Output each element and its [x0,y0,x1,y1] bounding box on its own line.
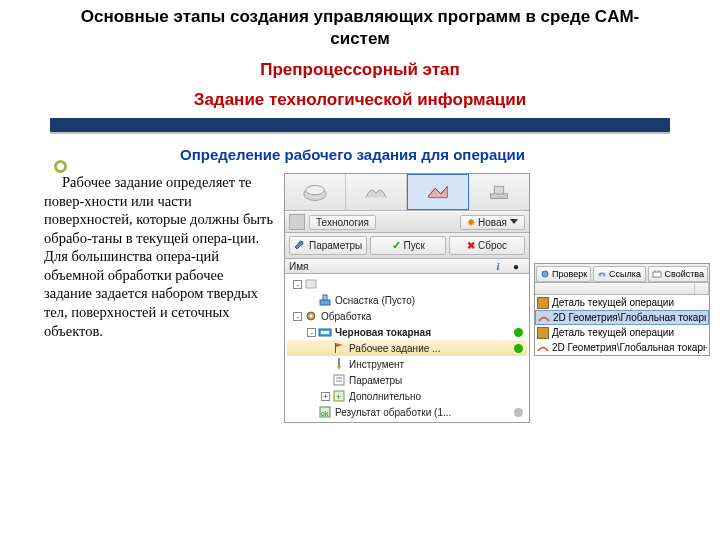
item-label: 2D Геометрия\Глобальная токарн... [553,312,706,323]
body-paragraph-1: Рабочее задание определяет те повер-хнос… [44,173,274,247]
params-button[interactable]: Параметры [289,236,367,255]
fixture-icon [318,293,332,307]
params-button-label: Параметры [309,240,362,251]
cube-icon [537,327,549,339]
tree-label: Черновая токарная [335,327,514,338]
expander-icon[interactable]: - [293,312,302,321]
tool-icon [332,357,346,371]
svg-rect-13 [334,375,344,385]
result-icon: ok [318,405,332,419]
svg-text:ok: ok [321,410,329,417]
svg-rect-23 [653,272,661,277]
svg-point-21 [599,274,602,277]
column-name[interactable]: Имя [289,261,489,272]
status-dot [514,344,523,353]
operation-tree[interactable]: -Оснастка (Пусто)-Обработка-Черновая ток… [285,274,529,422]
chevron-down-icon [510,218,518,226]
check-icon: ✓ [392,239,401,252]
list-item[interactable]: Деталь текущей операции [535,325,709,340]
properties-tab[interactable]: Проверк [536,266,591,282]
wrench-icon [294,240,306,252]
svg-rect-6 [323,295,327,300]
op-icon [318,325,332,339]
task-title: Задание технологической информации [0,90,720,110]
x-icon: ✖ [467,240,475,251]
technology-panel: Технология ✸Новая Параметры ✓Пуск ✖Сброс… [284,173,530,423]
properties-list[interactable]: Деталь текущей операции2D Геометрия\Глоб… [535,295,709,355]
tree-row[interactable]: - [287,276,527,292]
tab-label: Ссылка [609,269,641,279]
flag-icon [332,341,346,355]
stage-title: Препроцессорный этап [0,60,720,80]
tree-row[interactable]: Параметры [287,372,527,388]
technology-tab[interactable]: Технология [309,215,376,230]
bullet-marker [54,160,67,173]
item-label: Деталь текущей операции [552,327,674,338]
tab-label: Свойства [664,269,704,279]
cube-icon [537,297,549,309]
svg-point-1 [306,186,325,195]
svg-rect-11 [335,343,336,353]
new-button-label: Новая [478,217,507,228]
blank-icon [304,277,318,291]
svg-point-22 [603,274,606,277]
item-label: 2D Геометрия\Глобальная токарн... [552,342,707,353]
tree-row[interactable]: -Обработка [287,308,527,324]
thumb-4[interactable] [469,174,529,210]
run-button-label: Пуск [404,240,425,251]
properties-tabs: ПроверкСсылкаСвойства [535,264,709,283]
tree-row[interactable]: okРезультат обработки (1... [287,404,527,420]
tree-label: Обработка [321,311,527,322]
extra-icon: + [332,389,346,403]
thumb-2[interactable] [346,174,407,210]
reset-button-label: Сброс [478,240,507,251]
svg-rect-4 [306,280,316,288]
svg-text:+: + [336,392,341,402]
item-label: Деталь текущей операции [552,297,674,308]
thumb-3[interactable] [407,174,469,210]
tree-row[interactable]: Инструмент [287,356,527,372]
svg-rect-3 [491,194,508,199]
body-text: Рабочее задание определяет те повер-хнос… [44,173,274,423]
properties-tab[interactable]: Ссылка [593,266,646,282]
properties-panel: ПроверкСсылкаСвойства Деталь текущей опе… [534,263,710,356]
status-dot [514,408,523,417]
body-paragraph-2: Для большинства опера-ций объемной обраб… [44,248,258,338]
tree-label: Параметры [349,375,527,386]
run-button[interactable]: ✓Пуск [370,236,446,255]
params-icon [332,373,346,387]
expander-icon[interactable]: + [321,392,330,401]
surf-icon [538,312,550,324]
tree-row[interactable]: ++Дополнительно [287,388,527,404]
status-dot [514,328,523,337]
tool-icon[interactable] [289,214,305,230]
column-info[interactable]: i [489,260,507,272]
surf-icon [537,342,549,354]
tree-label: Дополнительно [349,391,527,402]
reset-button[interactable]: ✖Сброс [449,236,525,255]
tree-label: Оснастка (Пусто) [335,295,527,306]
action-button-row: Параметры ✓Пуск ✖Сброс [285,233,529,259]
tree-row[interactable]: Рабочее задание ... [287,340,527,356]
expander-icon[interactable]: - [307,328,316,337]
expander-icon[interactable]: - [293,280,302,289]
svg-rect-5 [320,300,330,305]
subtitle: Определение рабочего задания для операци… [180,146,720,163]
star-icon: ✸ [467,217,475,228]
svg-point-20 [542,271,548,277]
tree-column-header: Имя i ● [285,259,529,274]
new-button[interactable]: ✸Новая [460,215,525,230]
tree-row[interactable]: Оснастка (Пусто) [287,292,527,308]
panel-tabbar: Технология ✸Новая [285,211,529,233]
column-status[interactable]: ● [507,261,525,272]
list-item[interactable]: 2D Геометрия\Глобальная токарн... [535,340,709,355]
tab-label: Проверк [552,269,587,279]
properties-tab[interactable]: Свойства [648,266,708,282]
tree-label: Результат обработки (1... [335,407,514,418]
list-item[interactable]: Деталь текущей операции [535,295,709,310]
thumb-1[interactable] [285,174,346,210]
tree-row[interactable]: -Черновая токарная [287,324,527,340]
svg-rect-12 [338,358,340,366]
tree-label: Инструмент [349,359,527,370]
list-item[interactable]: 2D Геометрия\Глобальная токарн... [535,310,709,325]
